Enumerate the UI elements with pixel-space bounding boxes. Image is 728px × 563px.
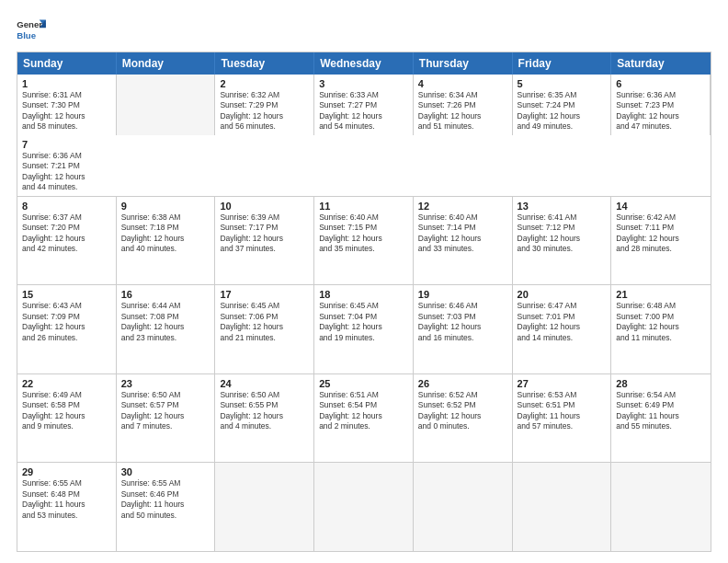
calendar-cell (611, 463, 711, 551)
day-number: 13 (518, 201, 607, 212)
generalblue-logo-icon: General Blue (17, 17, 46, 42)
cell-info: Sunrise: 6:54 AMSunset: 6:49 PMDaylight:… (616, 390, 679, 431)
calendar-cell (117, 75, 216, 135)
calendar-cell: 3Sunrise: 6:33 AMSunset: 7:27 PMDaylight… (314, 75, 414, 135)
cell-info: Sunrise: 6:49 AMSunset: 6:58 PMDaylight:… (22, 390, 85, 431)
cell-info: Sunrise: 6:34 AMSunset: 7:26 PMDaylight:… (418, 90, 482, 131)
calendar-cell (215, 463, 314, 551)
cell-info: Sunrise: 6:42 AMSunset: 7:11 PMDaylight:… (616, 213, 679, 253)
calendar-cell: 27Sunrise: 6:53 AMSunset: 6:51 PMDayligh… (513, 374, 612, 463)
calendar-cell (414, 463, 513, 551)
logo: General Blue (17, 17, 46, 42)
cell-info: Sunrise: 6:32 AMSunset: 7:29 PMDaylight:… (220, 90, 283, 131)
day-number: 5 (518, 78, 607, 89)
calendar-cell: 2Sunrise: 6:32 AMSunset: 7:29 PMDaylight… (215, 75, 314, 135)
cell-info: Sunrise: 6:40 AMSunset: 7:14 PMDaylight:… (418, 213, 482, 253)
day-number: 12 (418, 201, 507, 212)
day-number: 24 (220, 378, 309, 389)
calendar-cell: 14Sunrise: 6:42 AMSunset: 7:11 PMDayligh… (611, 197, 711, 285)
cell-info: Sunrise: 6:52 AMSunset: 6:52 PMDaylight:… (418, 390, 482, 431)
cell-info: Sunrise: 6:38 AMSunset: 7:18 PMDaylight:… (121, 213, 185, 253)
calendar-cell: 11Sunrise: 6:40 AMSunset: 7:15 PMDayligh… (314, 197, 414, 285)
calendar-cell: 5Sunrise: 6:35 AMSunset: 7:24 PMDaylight… (513, 75, 612, 135)
cell-info: Sunrise: 6:47 AMSunset: 7:01 PMDaylight:… (518, 301, 581, 341)
calendar-body: 1Sunrise: 6:31 AMSunset: 7:30 PMDaylight… (17, 75, 711, 551)
day-number: 20 (518, 289, 607, 300)
calendar-cell: 20Sunrise: 6:47 AMSunset: 7:01 PMDayligh… (513, 285, 612, 373)
calendar-cell: 21Sunrise: 6:48 AMSunset: 7:00 PMDayligh… (611, 285, 711, 373)
day-number: 2 (220, 78, 309, 89)
calendar-cell: 9Sunrise: 6:38 AMSunset: 7:18 PMDaylight… (117, 197, 216, 285)
calendar-cell: 18Sunrise: 6:45 AMSunset: 7:04 PMDayligh… (314, 285, 414, 373)
day-number: 21 (616, 289, 706, 300)
calendar-cell: 25Sunrise: 6:51 AMSunset: 6:54 PMDayligh… (314, 374, 414, 463)
day-number: 1 (22, 78, 111, 89)
header: General Blue (17, 17, 711, 42)
svg-text:Blue: Blue (17, 30, 36, 40)
cell-info: Sunrise: 6:50 AMSunset: 6:57 PMDaylight:… (121, 390, 185, 431)
calendar-cell: 15Sunrise: 6:43 AMSunset: 7:09 PMDayligh… (17, 285, 117, 373)
calendar-cell: 26Sunrise: 6:52 AMSunset: 6:52 PMDayligh… (414, 374, 513, 463)
calendar-row: 15Sunrise: 6:43 AMSunset: 7:09 PMDayligh… (17, 285, 711, 374)
calendar-cell: 22Sunrise: 6:49 AMSunset: 6:58 PMDayligh… (17, 374, 117, 463)
weekday-header-monday: Monday (117, 52, 216, 75)
day-number: 3 (319, 78, 408, 89)
cell-info: Sunrise: 6:39 AMSunset: 7:17 PMDaylight:… (220, 213, 283, 253)
weekday-header-wednesday: Wednesday (314, 52, 414, 75)
calendar: SundayMondayTuesdayWednesdayThursdayFrid… (17, 52, 711, 552)
day-number: 26 (418, 378, 507, 389)
cell-info: Sunrise: 6:48 AMSunset: 7:00 PMDaylight:… (616, 301, 679, 341)
cell-info: Sunrise: 6:36 AMSunset: 7:21 PMDaylight:… (22, 151, 85, 191)
day-number: 17 (220, 289, 309, 300)
calendar-row: 8Sunrise: 6:37 AMSunset: 7:20 PMDaylight… (17, 197, 711, 286)
calendar-cell: 8Sunrise: 6:37 AMSunset: 7:20 PMDaylight… (17, 197, 117, 285)
day-number: 30 (121, 466, 210, 477)
day-number: 9 (121, 201, 210, 212)
calendar-cell: 7Sunrise: 6:36 AMSunset: 7:21 PMDaylight… (17, 135, 117, 196)
day-number: 27 (518, 378, 607, 389)
cell-info: Sunrise: 6:55 AMSunset: 6:48 PMDaylight:… (22, 478, 85, 519)
cell-info: Sunrise: 6:41 AMSunset: 7:12 PMDaylight:… (518, 213, 581, 253)
calendar-cell: 24Sunrise: 6:50 AMSunset: 6:55 PMDayligh… (215, 374, 314, 463)
calendar-row: 22Sunrise: 6:49 AMSunset: 6:58 PMDayligh… (17, 374, 711, 464)
calendar-cell: 23Sunrise: 6:50 AMSunset: 6:57 PMDayligh… (117, 374, 216, 463)
calendar-cell (314, 463, 414, 551)
weekday-header-sunday: Sunday (17, 52, 117, 75)
cell-info: Sunrise: 6:43 AMSunset: 7:09 PMDaylight:… (22, 301, 85, 341)
calendar-cell: 19Sunrise: 6:46 AMSunset: 7:03 PMDayligh… (414, 285, 513, 373)
cell-info: Sunrise: 6:37 AMSunset: 7:20 PMDaylight:… (22, 213, 85, 253)
day-number: 22 (22, 378, 111, 389)
calendar-cell: 28Sunrise: 6:54 AMSunset: 6:49 PMDayligh… (611, 374, 711, 463)
calendar-cell: 1Sunrise: 6:31 AMSunset: 7:30 PMDaylight… (17, 75, 117, 135)
calendar-cell: 29Sunrise: 6:55 AMSunset: 6:48 PMDayligh… (17, 463, 117, 551)
calendar-cell: 30Sunrise: 6:55 AMSunset: 6:46 PMDayligh… (117, 463, 216, 551)
page: General Blue SundayMondayTuesdayWednesda… (0, 0, 728, 563)
day-number: 10 (220, 201, 309, 212)
cell-info: Sunrise: 6:40 AMSunset: 7:15 PMDaylight:… (319, 213, 382, 253)
cell-info: Sunrise: 6:50 AMSunset: 6:55 PMDaylight:… (220, 390, 283, 431)
cell-info: Sunrise: 6:35 AMSunset: 7:24 PMDaylight:… (518, 90, 581, 131)
day-number: 28 (616, 378, 706, 389)
calendar-row: 29Sunrise: 6:55 AMSunset: 6:48 PMDayligh… (17, 463, 711, 551)
cell-info: Sunrise: 6:55 AMSunset: 6:46 PMDaylight:… (121, 478, 185, 519)
weekday-header-tuesday: Tuesday (215, 52, 314, 75)
cell-info: Sunrise: 6:51 AMSunset: 6:54 PMDaylight:… (319, 390, 382, 431)
day-number: 7 (22, 139, 112, 150)
day-number: 8 (22, 201, 111, 212)
day-number: 15 (22, 289, 111, 300)
weekday-header-thursday: Thursday (414, 52, 513, 75)
calendar-cell: 4Sunrise: 6:34 AMSunset: 7:26 PMDaylight… (414, 75, 513, 135)
day-number: 4 (418, 78, 507, 89)
calendar-cell: 10Sunrise: 6:39 AMSunset: 7:17 PMDayligh… (215, 197, 314, 285)
day-number: 11 (319, 201, 408, 212)
calendar-cell: 17Sunrise: 6:45 AMSunset: 7:06 PMDayligh… (215, 285, 314, 373)
cell-info: Sunrise: 6:31 AMSunset: 7:30 PMDaylight:… (22, 90, 85, 131)
calendar-cell: 12Sunrise: 6:40 AMSunset: 7:14 PMDayligh… (414, 197, 513, 285)
weekday-header-saturday: Saturday (611, 52, 711, 75)
day-number: 23 (121, 378, 210, 389)
day-number: 6 (616, 78, 705, 89)
day-number: 25 (319, 378, 408, 389)
cell-info: Sunrise: 6:46 AMSunset: 7:03 PMDaylight:… (418, 301, 482, 341)
day-number: 19 (418, 289, 507, 300)
cell-info: Sunrise: 6:33 AMSunset: 7:27 PMDaylight:… (319, 90, 382, 131)
